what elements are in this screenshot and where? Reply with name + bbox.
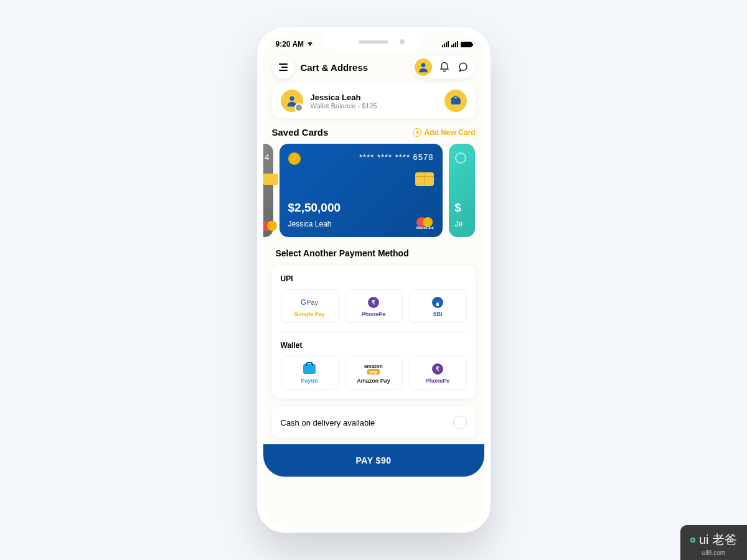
option-label: SBI xyxy=(433,311,442,317)
wallet-option-amazonpay[interactable]: amazonpay Amazon Pay xyxy=(345,356,403,390)
card-holder-partial: Je xyxy=(455,220,463,228)
payment-methods-panel: UPI G Pay Google Pay ₹ PhonePe SBI xyxy=(272,266,476,398)
watermark-url: uil8.com xyxy=(702,549,725,556)
wallet-label: Wallet xyxy=(281,341,467,350)
sbi-icon xyxy=(432,296,443,309)
upi-label: UPI xyxy=(281,274,467,283)
watermark-brand: ui 老爸 xyxy=(699,531,737,548)
svg-point-2 xyxy=(289,96,294,101)
saved-card-prev[interactable]: 4 xyxy=(263,144,273,237)
add-new-card-button[interactable]: + Add New Card xyxy=(413,128,475,137)
option-label: Amazon Pay xyxy=(357,378,390,384)
notch xyxy=(324,34,423,50)
mastercard-icon: MasterCard xyxy=(416,217,434,230)
signal-icon-2 xyxy=(451,41,458,47)
saved-cards-title: Saved Cards xyxy=(272,127,329,138)
chip-icon xyxy=(263,174,278,185)
amazonpay-icon: amazonpay xyxy=(364,363,383,375)
upi-option-gpay[interactable]: G Pay Google Pay xyxy=(281,289,339,323)
app-header: Cart & Address xyxy=(263,51,484,83)
avatar[interactable] xyxy=(415,58,432,76)
watermark: ui 老爸 uil8.com xyxy=(680,525,747,560)
card-digits: 4 xyxy=(265,152,269,162)
wifi-icon xyxy=(306,40,314,48)
card-number: **** **** **** 6578 xyxy=(359,152,433,162)
cards-carousel[interactable]: 4 ✓ **** **** **** 6578 $2,50,000 Jessic… xyxy=(263,144,484,237)
alt-payment-title: Select Another Payment Method xyxy=(276,248,472,258)
user-name: Jessica Leah xyxy=(311,93,437,102)
unchecked-icon xyxy=(455,152,466,164)
option-label: Google Pay xyxy=(294,311,325,317)
phone-frame: 9:20 AM Cart & Address xyxy=(257,27,491,533)
card-amount-partial: $ xyxy=(455,202,461,215)
saved-card-next[interactable]: $ Je xyxy=(449,144,475,237)
cod-option[interactable]: Cash on delivery available xyxy=(272,407,476,438)
svg-point-5 xyxy=(458,101,459,102)
option-label: Paytm xyxy=(301,378,317,384)
chat-icon[interactable] xyxy=(457,61,469,73)
menu-icon xyxy=(279,63,288,71)
page-title: Cart & Address xyxy=(301,62,369,73)
cod-label: Cash on delivery available xyxy=(281,418,375,427)
wallet-option-paytm[interactable]: Paytm xyxy=(281,356,339,390)
saved-card-selected[interactable]: ✓ **** **** **** 6578 $2,50,000 Jessica … xyxy=(280,144,443,237)
signal-icon xyxy=(442,41,449,47)
check-icon: ✓ xyxy=(288,152,301,165)
pay-button-label: PAY $90 xyxy=(356,455,392,465)
status-time: 9:20 AM xyxy=(276,40,304,49)
wallet-icon xyxy=(444,90,467,112)
card-amount: $2,50,000 xyxy=(288,201,341,215)
mastercard-icon xyxy=(263,221,277,231)
gpay-icon: G Pay xyxy=(301,296,318,309)
option-label: PhonePe xyxy=(362,311,386,317)
phonepe-icon: ₹ xyxy=(432,363,443,375)
plus-icon: + xyxy=(413,128,421,137)
battery-icon xyxy=(461,42,472,47)
add-card-label: Add New Card xyxy=(424,128,475,137)
wallet-option-phonepe[interactable]: ₹ PhonePe xyxy=(409,356,467,390)
divider xyxy=(281,332,467,332)
content: Jessica Leah Wallet Balance - $125 Saved… xyxy=(263,83,484,526)
screen: 9:20 AM Cart & Address xyxy=(263,34,484,526)
option-label: PhonePe xyxy=(426,378,450,384)
upi-option-sbi[interactable]: SBI xyxy=(409,289,467,323)
bell-icon[interactable] xyxy=(438,61,451,73)
menu-button[interactable] xyxy=(272,56,294,78)
phonepe-icon: ₹ xyxy=(368,296,379,309)
chip-icon xyxy=(415,172,434,186)
paytm-icon xyxy=(303,363,316,375)
watermark-dot-icon xyxy=(690,538,695,543)
card-holder: Jessica Leah xyxy=(288,220,332,228)
wallet-balance: Wallet Balance - $125 xyxy=(311,102,437,110)
svg-point-0 xyxy=(421,63,425,67)
upi-option-phonepe[interactable]: ₹ PhonePe xyxy=(345,289,403,323)
user-wallet-card[interactable]: Jessica Leah Wallet Balance - $125 xyxy=(272,83,476,118)
header-actions xyxy=(412,56,476,78)
saved-cards-header: Saved Cards + Add New Card xyxy=(272,127,476,138)
pay-button[interactable]: PAY $90 xyxy=(263,444,484,477)
radio-unchecked-icon xyxy=(453,416,467,429)
user-avatar xyxy=(281,90,303,112)
